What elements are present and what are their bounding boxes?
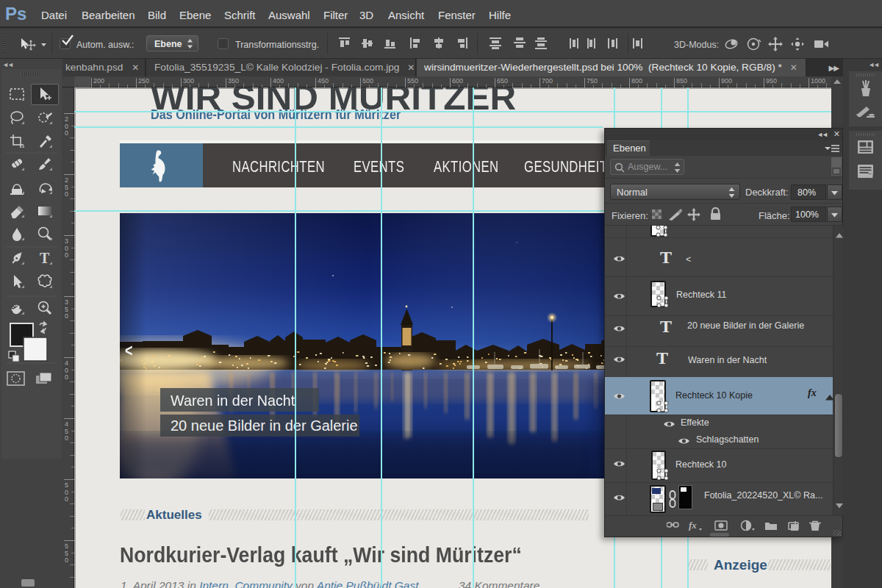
svg-text:fx: fx xyxy=(689,520,697,531)
svg-text:T: T xyxy=(40,250,50,266)
